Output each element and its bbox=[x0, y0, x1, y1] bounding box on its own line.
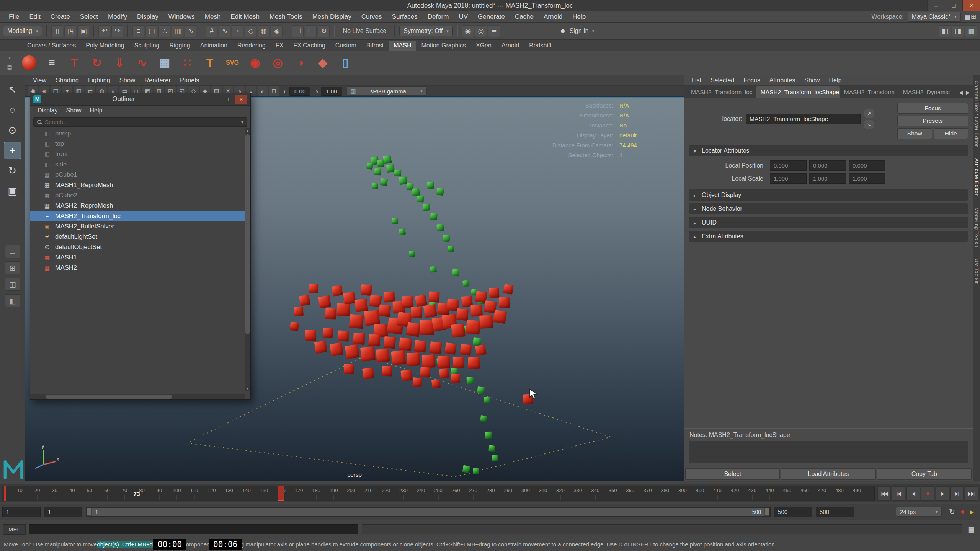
snap-to-plane-icon[interactable]: ◇ bbox=[245, 25, 256, 37]
mash-outliner-icon[interactable]: ≡ bbox=[42, 53, 62, 73]
ae-menu-attributes[interactable]: Attributes bbox=[765, 77, 800, 84]
type-tool-icon[interactable]: T bbox=[200, 53, 220, 73]
menubar-item-mesh-tools[interactable]: Mesh Tools bbox=[265, 11, 307, 22]
close-button[interactable]: × bbox=[962, 0, 980, 11]
workspace-save-icon[interactable]: ▤ bbox=[965, 13, 971, 20]
scale-tool[interactable]: ▣ bbox=[4, 183, 21, 199]
menubar-item-select[interactable]: Select bbox=[75, 11, 103, 22]
animation-start-field[interactable] bbox=[2, 507, 41, 517]
viewport-menu-show[interactable]: Show bbox=[115, 77, 140, 84]
snap-to-grid-icon[interactable]: # bbox=[206, 25, 217, 37]
copy-tab-button[interactable]: Copy Tab bbox=[877, 468, 972, 480]
shelf-tab-rigging[interactable]: Rigging bbox=[164, 41, 195, 51]
outliner-item-pcube2[interactable]: ▦pCube2 bbox=[30, 190, 245, 201]
shelf-tab-fx[interactable]: FX bbox=[271, 41, 288, 51]
move-tool[interactable]: + bbox=[4, 142, 21, 159]
show-button[interactable]: Show bbox=[897, 128, 932, 139]
outliner-menu-display[interactable]: Display bbox=[33, 107, 62, 114]
section-extra-attributes[interactable]: Extra Attributes bbox=[689, 231, 968, 242]
shelf-tab-poly-modeling[interactable]: Poly Modeling bbox=[81, 41, 129, 51]
outliner-menu-help[interactable]: Help bbox=[86, 107, 107, 114]
select-component-icon[interactable]: ∴ bbox=[158, 25, 170, 37]
motion-blur-icon[interactable]: ◐ bbox=[257, 86, 268, 96]
menubar-item-file[interactable]: File bbox=[4, 11, 24, 22]
command-response-field[interactable] bbox=[362, 524, 962, 534]
shelf-tab-menu-icon[interactable]: ▤ bbox=[7, 64, 12, 70]
select-hierarchy-icon[interactable]: ≡ bbox=[132, 25, 144, 37]
bullet-rigid-icon[interactable]: ◎ bbox=[268, 53, 287, 73]
outliner-item-mash2-repromesh[interactable]: ▦MASH2_ReproMesh bbox=[30, 201, 245, 211]
playback-start-field[interactable] bbox=[44, 507, 82, 517]
layout-four-pane[interactable]: ⊞ bbox=[5, 261, 20, 274]
shelf-tab-custom[interactable]: Custom bbox=[330, 41, 361, 51]
shelf-tab-xgen[interactable]: XGen bbox=[471, 41, 497, 51]
shelf-tab-bifrost[interactable]: Bifrost bbox=[361, 41, 389, 51]
construction-history-icon[interactable]: ↻ bbox=[318, 25, 330, 37]
scroll-up-icon[interactable]: ▴ bbox=[245, 128, 250, 134]
ae-menu-list[interactable]: List bbox=[687, 77, 706, 84]
playback-end-field[interactable] bbox=[774, 507, 812, 517]
shelf-tab-sculpting[interactable]: Sculpting bbox=[129, 41, 165, 51]
viewport-menu-view[interactable]: View bbox=[28, 77, 51, 84]
toggle-modeling-toolkit-icon[interactable]: ◧ bbox=[939, 25, 951, 37]
sidebar-tab-channel-box-layer-editor[interactable]: Channel Box / Layer Editor bbox=[974, 80, 980, 147]
presets-button[interactable]: Presets bbox=[897, 116, 968, 126]
svg-tool-icon[interactable]: SVG bbox=[222, 53, 242, 73]
menubar-item-edit-mesh[interactable]: Edit Mesh bbox=[225, 11, 265, 22]
outliner-close-button[interactable]: × bbox=[235, 95, 247, 104]
search-box[interactable]: ▾ bbox=[33, 117, 247, 127]
toggle-channel-box-icon[interactable]: ◨ bbox=[952, 25, 964, 37]
paint-select-tool[interactable]: ⊙ bbox=[4, 122, 21, 139]
ae-tab-mash2-transform[interactable]: MASH2_Transform bbox=[840, 86, 898, 98]
outliner-menu-show[interactable]: Show bbox=[62, 107, 85, 114]
stop-button[interactable]: ■ bbox=[921, 486, 934, 501]
step-back-key-button[interactable]: |◀ bbox=[892, 486, 905, 501]
time-slider-track[interactable]: 1020304050607080901001101201301401501601… bbox=[2, 486, 875, 501]
ae-menu-selected[interactable]: Selected bbox=[706, 77, 739, 84]
sign-in-button[interactable]: ☻ Sign In ▾ bbox=[560, 28, 594, 34]
toggle-attribute-editor-icon[interactable]: ▥ bbox=[965, 25, 977, 37]
outliner-item-mash2-bulletsolver[interactable]: ◉MASH2_BulletSolver bbox=[30, 221, 245, 231]
outliner-titlebar[interactable]: M Outliner – □ × bbox=[30, 93, 250, 106]
focus-button[interactable]: Focus bbox=[897, 103, 968, 114]
mash-flight-icon[interactable]: ▦ bbox=[155, 53, 175, 73]
outliner-maximize-button[interactable]: □ bbox=[220, 95, 233, 104]
viewport-menu-lighting[interactable]: Lighting bbox=[83, 77, 115, 84]
script-editor-icon[interactable]: ▤ bbox=[965, 525, 977, 534]
go-to-start-button[interactable]: |◀◀ bbox=[877, 486, 891, 501]
scroll-right-icon[interactable]: ▶ bbox=[966, 90, 970, 95]
section-uuid[interactable]: UUID bbox=[689, 217, 968, 228]
outliner-item-side[interactable]: ◧side bbox=[30, 159, 245, 170]
auto-keyframe-icon[interactable]: ● bbox=[960, 507, 965, 516]
select-curve-icon[interactable]: ∿ bbox=[185, 25, 196, 37]
range-left-handle[interactable] bbox=[87, 508, 92, 516]
gamma-field[interactable]: 1.00 bbox=[321, 87, 342, 96]
outliner-item-mash2[interactable]: ▦MASH2 bbox=[30, 262, 245, 273]
range-right-handle[interactable] bbox=[764, 508, 769, 516]
sidebar-tab-modeling-toolkit[interactable]: Modeling Toolkit bbox=[974, 207, 980, 248]
menu-set-dropdown[interactable]: Modeling ▾ bbox=[3, 26, 42, 36]
shelf-tab-curves-surfaces[interactable]: Curves / Surfaces bbox=[22, 41, 81, 51]
bullet-solver-icon[interactable]: ◉ bbox=[245, 53, 265, 73]
layout-single-pane[interactable]: ▭ bbox=[5, 245, 20, 258]
menubar-item-generate[interactable]: Generate bbox=[473, 11, 510, 22]
select-button[interactable]: Select bbox=[685, 468, 780, 480]
chevron-down-icon[interactable]: ▾ bbox=[241, 119, 243, 125]
outliner-item-persp[interactable]: ◧persp bbox=[30, 128, 245, 139]
snap-to-curve-icon[interactable]: ∿ bbox=[219, 25, 230, 37]
local-scale-x-field[interactable] bbox=[770, 173, 807, 184]
menubar-item-modify[interactable]: Modify bbox=[103, 11, 132, 22]
redo-icon[interactable]: ↷ bbox=[111, 25, 123, 37]
minimize-button[interactable]: – bbox=[927, 0, 945, 11]
sync-selection-icon[interactable]: ↘ bbox=[864, 120, 874, 129]
vertical-scrollbar[interactable]: ▴ ▾ bbox=[245, 128, 250, 391]
open-scene-icon[interactable]: ◳ bbox=[64, 25, 76, 37]
outliner-item-mash1-repromesh[interactable]: ▦MASH1_ReproMesh bbox=[30, 180, 245, 190]
go-to-end-button[interactable]: ▶▶| bbox=[965, 486, 978, 501]
hide-button[interactable]: Hide bbox=[934, 128, 969, 139]
step-forward-frame-button[interactable]: ▶ bbox=[936, 486, 949, 501]
colorspace-dropdown[interactable]: ▥ sRGB gamma ▾ bbox=[346, 86, 427, 96]
output-connections-icon[interactable]: ⊢ bbox=[305, 25, 317, 37]
workspace-dropdown[interactable]: Maya Classic* ▾ bbox=[908, 12, 961, 22]
snap-to-point-icon[interactable]: ◦ bbox=[232, 25, 243, 37]
